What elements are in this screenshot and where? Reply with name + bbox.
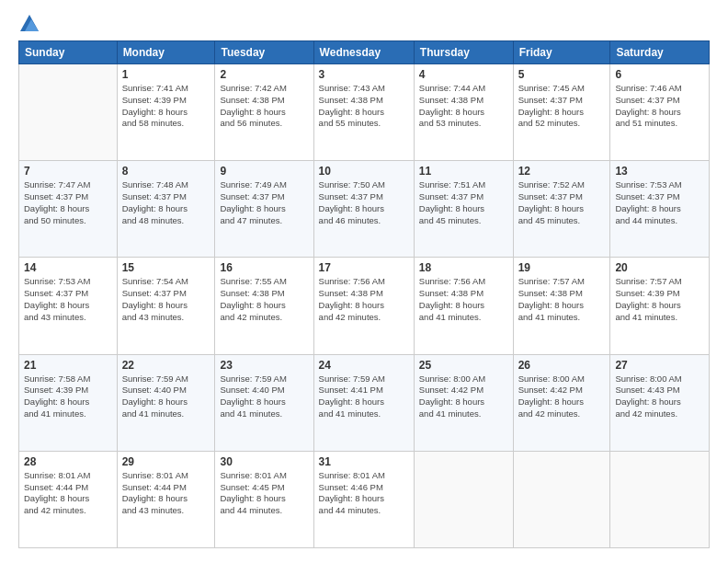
day-number: 25 bbox=[419, 359, 508, 372]
calendar-cell: 4Sunrise: 7:44 AMSunset: 4:38 PMDaylight… bbox=[414, 64, 513, 161]
day-info: Sunrise: 7:55 AMSunset: 4:38 PMDaylight:… bbox=[220, 276, 308, 323]
calendar-cell: 3Sunrise: 7:43 AMSunset: 4:38 PMDaylight… bbox=[313, 64, 414, 161]
day-number: 20 bbox=[615, 261, 704, 274]
day-number: 13 bbox=[615, 165, 704, 178]
calendar-week-1: 1Sunrise: 7:41 AMSunset: 4:39 PMDaylight… bbox=[19, 64, 710, 161]
day-info: Sunrise: 7:51 AMSunset: 4:37 PMDaylight:… bbox=[419, 179, 508, 226]
calendar-cell: 22Sunrise: 7:59 AMSunset: 4:40 PMDayligh… bbox=[117, 354, 215, 451]
calendar-cell: 30Sunrise: 8:01 AMSunset: 4:45 PMDayligh… bbox=[215, 451, 313, 547]
day-number: 27 bbox=[615, 359, 704, 372]
calendar-week-2: 7Sunrise: 7:47 AMSunset: 4:37 PMDaylight… bbox=[19, 161, 710, 258]
calendar-cell bbox=[513, 451, 610, 547]
day-info: Sunrise: 8:01 AMSunset: 4:44 PMDaylight:… bbox=[24, 470, 112, 517]
day-info: Sunrise: 8:00 AMSunset: 4:42 PMDaylight:… bbox=[518, 373, 606, 420]
day-info: Sunrise: 7:56 AMSunset: 4:38 PMDaylight:… bbox=[319, 276, 409, 323]
calendar-cell: 9Sunrise: 7:49 AMSunset: 4:37 PMDaylight… bbox=[215, 161, 313, 258]
day-number: 6 bbox=[615, 68, 704, 81]
day-info: Sunrise: 7:59 AMSunset: 4:40 PMDaylight:… bbox=[122, 373, 210, 420]
day-number: 30 bbox=[220, 455, 308, 468]
day-number: 15 bbox=[122, 261, 210, 274]
calendar-cell: 2Sunrise: 7:42 AMSunset: 4:38 PMDaylight… bbox=[215, 64, 313, 161]
day-info: Sunrise: 8:00 AMSunset: 4:42 PMDaylight:… bbox=[419, 373, 508, 420]
calendar-cell: 27Sunrise: 8:00 AMSunset: 4:43 PMDayligh… bbox=[610, 354, 710, 451]
day-info: Sunrise: 7:57 AMSunset: 4:38 PMDaylight:… bbox=[518, 276, 606, 323]
day-number: 3 bbox=[319, 68, 409, 81]
calendar-table: SundayMondayTuesdayWednesdayThursdayFrid… bbox=[18, 40, 710, 548]
calendar-cell bbox=[610, 451, 710, 547]
calendar-cell: 10Sunrise: 7:50 AMSunset: 4:37 PMDayligh… bbox=[313, 161, 414, 258]
day-number: 31 bbox=[319, 455, 409, 468]
day-header-saturday: Saturday bbox=[610, 41, 710, 64]
calendar-week-4: 21Sunrise: 7:58 AMSunset: 4:39 PMDayligh… bbox=[19, 354, 710, 451]
calendar-cell: 16Sunrise: 7:55 AMSunset: 4:38 PMDayligh… bbox=[215, 258, 313, 354]
calendar-cell: 17Sunrise: 7:56 AMSunset: 4:38 PMDayligh… bbox=[313, 258, 414, 354]
day-number: 17 bbox=[319, 261, 409, 274]
calendar-cell: 19Sunrise: 7:57 AMSunset: 4:38 PMDayligh… bbox=[513, 258, 610, 354]
logo-text bbox=[18, 15, 39, 31]
calendar-cell: 20Sunrise: 7:57 AMSunset: 4:39 PMDayligh… bbox=[610, 258, 710, 354]
day-number: 11 bbox=[419, 165, 508, 178]
page: SundayMondayTuesdayWednesdayThursdayFrid… bbox=[0, 0, 728, 563]
day-info: Sunrise: 8:00 AMSunset: 4:43 PMDaylight:… bbox=[615, 373, 704, 420]
day-header-monday: Monday bbox=[117, 41, 215, 64]
calendar-week-5: 28Sunrise: 8:01 AMSunset: 4:44 PMDayligh… bbox=[19, 451, 710, 547]
calendar-cell: 26Sunrise: 8:00 AMSunset: 4:42 PMDayligh… bbox=[513, 354, 610, 451]
day-number: 1 bbox=[122, 68, 210, 81]
day-header-tuesday: Tuesday bbox=[215, 41, 313, 64]
calendar-cell: 29Sunrise: 8:01 AMSunset: 4:44 PMDayligh… bbox=[117, 451, 215, 547]
day-info: Sunrise: 7:41 AMSunset: 4:39 PMDaylight:… bbox=[122, 83, 210, 130]
day-info: Sunrise: 7:50 AMSunset: 4:37 PMDaylight:… bbox=[319, 179, 409, 226]
day-number: 16 bbox=[220, 261, 308, 274]
day-number: 8 bbox=[122, 165, 210, 178]
calendar-header-row: SundayMondayTuesdayWednesdayThursdayFrid… bbox=[19, 41, 710, 64]
day-number: 12 bbox=[518, 165, 606, 178]
day-info: Sunrise: 7:59 AMSunset: 4:41 PMDaylight:… bbox=[319, 373, 409, 420]
calendar-cell: 5Sunrise: 7:45 AMSunset: 4:37 PMDaylight… bbox=[513, 64, 610, 161]
calendar-cell: 6Sunrise: 7:46 AMSunset: 4:37 PMDaylight… bbox=[610, 64, 710, 161]
day-number: 18 bbox=[419, 261, 508, 274]
calendar-cell: 1Sunrise: 7:41 AMSunset: 4:39 PMDaylight… bbox=[117, 64, 215, 161]
calendar-cell: 12Sunrise: 7:52 AMSunset: 4:37 PMDayligh… bbox=[513, 161, 610, 258]
header bbox=[18, 15, 710, 31]
calendar-cell: 15Sunrise: 7:54 AMSunset: 4:37 PMDayligh… bbox=[117, 258, 215, 354]
day-info: Sunrise: 7:59 AMSunset: 4:40 PMDaylight:… bbox=[220, 373, 308, 420]
day-info: Sunrise: 7:53 AMSunset: 4:37 PMDaylight:… bbox=[615, 179, 704, 226]
day-number: 29 bbox=[122, 455, 210, 468]
day-number: 2 bbox=[220, 68, 308, 81]
calendar-cell: 24Sunrise: 7:59 AMSunset: 4:41 PMDayligh… bbox=[313, 354, 414, 451]
calendar-cell: 21Sunrise: 7:58 AMSunset: 4:39 PMDayligh… bbox=[19, 354, 118, 451]
day-header-wednesday: Wednesday bbox=[313, 41, 414, 64]
day-info: Sunrise: 7:58 AMSunset: 4:39 PMDaylight:… bbox=[24, 373, 112, 420]
calendar-cell: 14Sunrise: 7:53 AMSunset: 4:37 PMDayligh… bbox=[19, 258, 118, 354]
day-info: Sunrise: 7:54 AMSunset: 4:37 PMDaylight:… bbox=[122, 276, 210, 323]
calendar-cell: 25Sunrise: 8:00 AMSunset: 4:42 PMDayligh… bbox=[414, 354, 513, 451]
day-info: Sunrise: 8:01 AMSunset: 4:46 PMDaylight:… bbox=[319, 470, 409, 517]
day-number: 21 bbox=[24, 359, 112, 372]
day-header-thursday: Thursday bbox=[414, 41, 513, 64]
day-number: 22 bbox=[122, 359, 210, 372]
day-number: 28 bbox=[24, 455, 112, 468]
day-info: Sunrise: 8:01 AMSunset: 4:44 PMDaylight:… bbox=[122, 470, 210, 517]
day-number: 5 bbox=[518, 68, 606, 81]
day-number: 19 bbox=[518, 261, 606, 274]
logo-icon bbox=[20, 15, 39, 31]
day-info: Sunrise: 7:42 AMSunset: 4:38 PMDaylight:… bbox=[220, 83, 308, 130]
day-info: Sunrise: 7:53 AMSunset: 4:37 PMDaylight:… bbox=[24, 276, 112, 323]
day-info: Sunrise: 7:48 AMSunset: 4:37 PMDaylight:… bbox=[122, 179, 210, 226]
logo bbox=[18, 15, 39, 31]
day-info: Sunrise: 8:01 AMSunset: 4:45 PMDaylight:… bbox=[220, 470, 308, 517]
day-number: 7 bbox=[24, 165, 112, 178]
calendar-cell: 31Sunrise: 8:01 AMSunset: 4:46 PMDayligh… bbox=[313, 451, 414, 547]
calendar-cell: 7Sunrise: 7:47 AMSunset: 4:37 PMDaylight… bbox=[19, 161, 118, 258]
day-number: 10 bbox=[319, 165, 409, 178]
day-info: Sunrise: 7:52 AMSunset: 4:37 PMDaylight:… bbox=[518, 179, 606, 226]
calendar-cell bbox=[19, 64, 118, 161]
day-info: Sunrise: 7:56 AMSunset: 4:38 PMDaylight:… bbox=[419, 276, 508, 323]
day-info: Sunrise: 7:49 AMSunset: 4:37 PMDaylight:… bbox=[220, 179, 308, 226]
day-info: Sunrise: 7:57 AMSunset: 4:39 PMDaylight:… bbox=[615, 276, 704, 323]
calendar-cell: 23Sunrise: 7:59 AMSunset: 4:40 PMDayligh… bbox=[215, 354, 313, 451]
day-info: Sunrise: 7:45 AMSunset: 4:37 PMDaylight:… bbox=[518, 83, 606, 130]
calendar-cell: 18Sunrise: 7:56 AMSunset: 4:38 PMDayligh… bbox=[414, 258, 513, 354]
calendar-cell bbox=[414, 451, 513, 547]
day-info: Sunrise: 7:47 AMSunset: 4:37 PMDaylight:… bbox=[24, 179, 112, 226]
